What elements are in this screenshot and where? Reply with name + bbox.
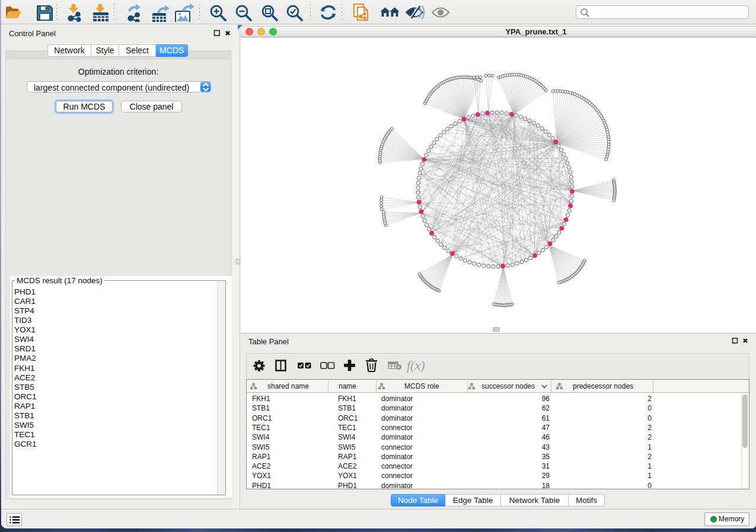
svg-text:f(x): f(x) — [407, 358, 425, 373]
